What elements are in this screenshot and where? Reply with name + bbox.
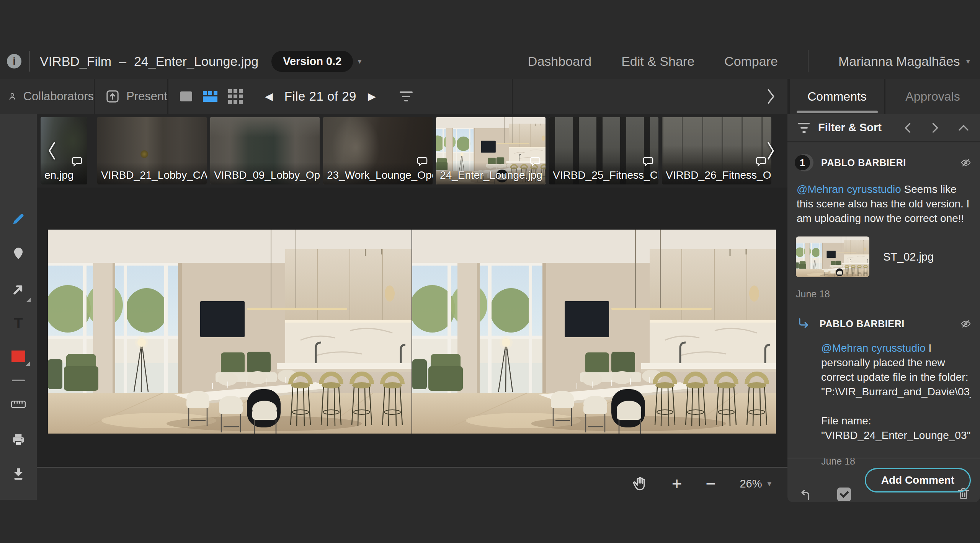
collapse-comments-icon[interactable]: [958, 123, 969, 133]
page-title: VIRBD_Film – 24_Enter_Lounge.jpg: [40, 54, 258, 69]
panel-tabs: Comments Approvals: [789, 79, 980, 114]
comment-bubble-icon: [71, 156, 83, 167]
comment-thread: 1 PABLO BARBIERI @Mehran cyrusstudio See…: [787, 142, 980, 503]
printer-icon: [10, 432, 26, 448]
reply-path-line: "P:\VIR_Burrard_and_Davie\03_STUDIO\: [821, 385, 971, 399]
pin-icon: [11, 246, 26, 261]
next-file-button[interactable]: ▶: [368, 90, 376, 103]
draw-tool-button[interactable]: [0, 211, 37, 227]
filmstrip-next-button[interactable]: [765, 140, 777, 161]
chevron-down-icon: ▾: [966, 57, 970, 66]
download-button[interactable]: [0, 466, 37, 482]
shape-tool-button[interactable]: [0, 351, 37, 362]
filmstrip-thumb[interactable]: VIRBD_26_Fitness_Open.j...: [662, 117, 771, 184]
annotation-toolbar: T: [0, 114, 37, 500]
measure-tool-button[interactable]: [0, 397, 37, 411]
filmstrip-thumb-selected[interactable]: 24_Enter_Lounge.jpg: [436, 117, 546, 184]
tab-approvals[interactable]: Approvals: [884, 79, 980, 114]
title-dash: –: [119, 54, 126, 69]
filter-icon: [798, 123, 810, 133]
zoom-out-button[interactable]: −: [706, 475, 716, 492]
toolbar-spacer: [513, 79, 789, 114]
zoom-in-button[interactable]: +: [672, 475, 682, 492]
thumb-label: VIRBD_09_Lobby_Open_...: [214, 169, 320, 181]
comment-reply: PABLO BARBIERI @Mehran cyrusstudio I per…: [796, 316, 972, 467]
zoom-level-value: 26%: [740, 478, 762, 490]
arrow-tool-button[interactable]: [0, 281, 37, 298]
zoom-bar: + − 26% ▾: [37, 467, 787, 500]
view-controls: ◀ File 21 of 29 ▶: [168, 79, 513, 114]
text-tool-icon: T: [14, 316, 23, 331]
tab-comments[interactable]: Comments: [789, 79, 884, 114]
prev-file-button[interactable]: ◀: [265, 90, 273, 103]
nav-compare[interactable]: Compare: [724, 54, 778, 69]
present-button[interactable]: Present: [95, 79, 168, 114]
compare-image-left[interactable]: [48, 230, 412, 434]
comments-panel: Filter & Sort 1 PABLO BARBIERI @: [787, 114, 980, 502]
line-icon: [12, 380, 25, 381]
collaborators-label: Collaborators: [23, 90, 94, 103]
thumb-label: VIRBD_25_Fitness_Close.j...: [553, 169, 658, 181]
pin-tool-button[interactable]: [0, 246, 37, 261]
info-icon[interactable]: i: [7, 54, 21, 68]
pencil-icon: [11, 211, 26, 227]
review-app: i VIRBD_Film – 24_Enter_Lounge.jpg Versi…: [0, 0, 980, 543]
view-single-button[interactable]: [180, 91, 192, 101]
nav-edit-share[interactable]: Edit & Share: [621, 54, 694, 69]
view-filmstrip-button[interactable]: [203, 91, 217, 102]
reply-body: @Mehran cyrusstudio I personally placed …: [821, 341, 971, 443]
hide-annotation-icon[interactable]: [959, 318, 972, 329]
text-tool-button[interactable]: T: [0, 316, 37, 331]
arrow-icon: [11, 281, 26, 297]
line-tool-button[interactable]: [0, 380, 37, 381]
thumb-label: 23_Work_Lounge_Open.j...: [327, 169, 433, 181]
user-name: Marianna Magalhães: [838, 54, 960, 69]
mention-link[interactable]: @Mehran cyrusstudio: [821, 342, 926, 354]
print-button[interactable]: [0, 432, 37, 448]
pan-hand-icon[interactable]: [632, 476, 648, 492]
attachment-row[interactable]: ST_02.jpg: [796, 236, 972, 277]
view-grid-button[interactable]: [228, 89, 243, 104]
prev-comment-icon[interactable]: [903, 122, 913, 134]
toolbar: Collaborators Present ◀ File 21 of 29 ▶: [0, 79, 980, 114]
title-divider: [29, 51, 30, 72]
chevron-down-icon: ▾: [767, 479, 771, 488]
chevron-down-icon[interactable]: ▾: [358, 57, 362, 66]
attachment-thumbnail[interactable]: [796, 236, 869, 277]
panel-footer: Add Comment: [787, 458, 980, 502]
present-icon: [105, 89, 120, 104]
zoom-level-dropdown[interactable]: 26% ▾: [740, 478, 771, 490]
comment-bubble-icon: [529, 156, 541, 167]
filmstrip: en.jpg VIRBD_21_Lobby_CAM_A... VIRBD_09_…: [37, 114, 787, 188]
filmstrip-thumb[interactable]: 23_Work_Lounge_Open.j...: [323, 117, 433, 184]
title-bar: i VIRBD_Film – 24_Enter_Lounge.jpg Versi…: [0, 48, 980, 74]
nav-dashboard[interactable]: Dashboard: [528, 54, 591, 69]
compare-viewer: [37, 188, 787, 467]
top-nav: Dashboard Edit & Share Compare Marianna …: [528, 50, 970, 72]
filmstrip-thumb[interactable]: VIRBD_09_Lobby_Open_...: [210, 117, 320, 184]
download-icon: [11, 466, 26, 482]
filter-sort-label: Filter & Sort: [818, 121, 882, 134]
comment-number-badge: 1: [795, 155, 810, 170]
reply-header: PABLO BARBIERI: [796, 316, 972, 331]
sort-files-button[interactable]: [400, 91, 413, 101]
attachment-name: ST_02.jpg: [883, 251, 934, 263]
compare-image-right[interactable]: [412, 230, 776, 434]
next-comment-icon[interactable]: [930, 122, 940, 134]
filter-sort-bar[interactable]: Filter & Sort: [787, 114, 980, 142]
comment-body: @Mehran cyrusstudio Seems like this scen…: [797, 182, 972, 226]
filmstrip-prev-button[interactable]: [46, 140, 57, 161]
mention-link[interactable]: @Mehran cyrusstudio: [797, 183, 901, 195]
rectangle-icon: [11, 351, 25, 362]
collaborators-button[interactable]: Collaborators: [0, 79, 95, 114]
hide-annotation-icon[interactable]: [959, 157, 972, 168]
tool-flyout-indicator: [26, 362, 30, 366]
filmstrip-thumb[interactable]: VIRBD_25_Fitness_Close.j...: [549, 117, 658, 184]
filmstrip-thumb[interactable]: VIRBD_21_Lobby_CAM_A...: [97, 117, 207, 184]
comment-author: PABLO BARBIERI: [821, 157, 906, 168]
avatar: 1: [796, 154, 813, 171]
user-menu[interactable]: Marianna Magalhães ▾: [838, 54, 970, 69]
add-comment-button[interactable]: Add Comment: [865, 468, 971, 492]
version-badge[interactable]: Version 0.2: [271, 51, 353, 72]
collapse-panel-icon[interactable]: [765, 88, 776, 105]
